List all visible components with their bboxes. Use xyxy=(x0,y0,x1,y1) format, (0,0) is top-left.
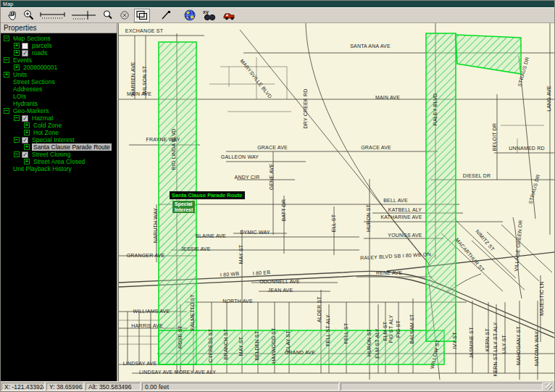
street-label: HAYWOOD ST xyxy=(271,328,276,364)
draw-line-icon xyxy=(159,9,172,22)
map-window: Map xyxy=(0,0,555,392)
street-label: WILLIAMS AVE xyxy=(133,309,170,314)
expand-icon[interactable]: + xyxy=(4,72,9,78)
tree-item-addresses[interactable]: Addresses xyxy=(1,86,117,93)
tree-item-label: Hot Zone xyxy=(32,129,60,136)
street-label: NATOMA WAY xyxy=(534,331,539,366)
street-label: NORTH AVE xyxy=(222,299,253,304)
street-label: RALEY BLVD SB I 80 WB ON xyxy=(360,251,431,260)
expand-icon[interactable]: + xyxy=(14,64,20,70)
checkbox-checked-icon[interactable]: ✓ xyxy=(22,115,28,122)
tree-item-street-closing[interactable]: −✓Street Closing xyxy=(1,151,117,158)
tree-item-label: Events xyxy=(12,57,33,64)
measure-distance-icon xyxy=(39,9,67,22)
street-label: DIESEL DR xyxy=(463,173,491,178)
properties-tree[interactable]: −Map Sections+parcels+✓roads−Events+2008… xyxy=(1,33,117,381)
street-label: BELOIT DR xyxy=(492,123,497,151)
street-label: LANG AVE xyxy=(546,86,551,112)
expand-icon[interactable]: + xyxy=(14,43,20,49)
street-label: DRY CREEK RD xyxy=(303,88,308,128)
draw-line-button[interactable] xyxy=(159,9,173,22)
street-label: FELL ST ALY xyxy=(325,314,330,346)
street-label: I 80 EB xyxy=(253,270,271,276)
tree-item-street-area-closed[interactable]: +Street Area Closed xyxy=(1,158,117,165)
street-label: GRANGER AVE xyxy=(127,253,165,258)
tree-item-label: roads xyxy=(30,49,49,57)
collapse-icon[interactable]: − xyxy=(14,151,20,157)
collapse-icon[interactable]: − xyxy=(14,115,20,121)
expand-icon[interactable]: + xyxy=(24,144,30,150)
street-label: FELL ST xyxy=(343,322,349,343)
tree-item-label: Hazmat xyxy=(30,114,54,122)
tree-item-unit-playback-history[interactable]: Unit Playback History xyxy=(1,165,117,172)
collapse-icon[interactable]: − xyxy=(4,57,9,63)
properties-title: Properties xyxy=(4,24,37,32)
parade-route-map-label: Santa Clause Parade Route xyxy=(170,191,245,199)
street-label: FIG ST ALY xyxy=(388,315,393,343)
tree-item-santa-clause-parade-route[interactable]: +Santa Clause Parade Route xyxy=(1,143,117,151)
measure-distance-button[interactable] xyxy=(38,9,67,22)
street-label: BATT DR xyxy=(281,199,286,222)
zoom-out-button[interactable] xyxy=(117,9,132,22)
measure-line-icon xyxy=(70,9,98,22)
street-label: PALMETTO ST xyxy=(190,293,195,330)
expand-icon[interactable]: + xyxy=(24,159,30,164)
street-label: RALEY BLVD xyxy=(433,93,438,126)
street-label: FRAYNE WAY xyxy=(146,137,180,142)
window-titlebar[interactable]: Map xyxy=(1,1,554,7)
checkbox-checked-icon[interactable]: ✓ xyxy=(22,137,28,143)
tree-item-label: Map Sections xyxy=(12,35,52,42)
street-label: BELDEN ST xyxy=(254,330,259,360)
tree-item-lois[interactable]: LOIs xyxy=(1,93,117,100)
pan-button[interactable] xyxy=(5,9,20,22)
tree-item-geo-markers[interactable]: −Geo-Markers xyxy=(1,107,117,114)
tree-item-2008000001[interactable]: +2008000001 xyxy=(1,64,117,71)
street-label: RIO LINDA BLVD xyxy=(171,128,176,170)
map-toolbar: xy xyxy=(1,7,554,23)
status-bar: X: -121.433924Y: 38.659961Alt: 350.58349… xyxy=(1,382,554,391)
special-interest-map-label: Special Interest xyxy=(172,201,195,213)
street-label: HURON ST xyxy=(367,328,372,356)
tree-item-map-sections[interactable]: −Map Sections xyxy=(1,35,117,42)
tree-item-events[interactable]: −Events xyxy=(1,57,117,64)
expand-icon[interactable]: + xyxy=(14,50,20,56)
collapse-icon[interactable]: − xyxy=(14,137,20,143)
select-extent-icon xyxy=(135,9,149,22)
street-label: JEAN AVE xyxy=(268,288,293,293)
find-xy-button[interactable]: xy xyxy=(200,9,219,22)
street-label: FIG ST xyxy=(396,320,401,338)
tree-item-label: Unit Playback History xyxy=(12,165,73,172)
zoom-in-button[interactable] xyxy=(22,9,36,22)
street-label: HURON ST xyxy=(366,204,371,232)
street-label: EXCHANGE ST xyxy=(125,28,164,33)
street-label: LILY ST xyxy=(501,334,506,354)
tree-item-hydrants[interactable]: Hydrants xyxy=(1,100,117,107)
zoom-out-circle-icon xyxy=(118,9,131,22)
magnifier-button[interactable] xyxy=(101,9,115,22)
tree-item-hazmat[interactable]: −✓Hazmat xyxy=(1,114,117,122)
properties-panel-header: Properties xyxy=(1,23,117,33)
globe-button[interactable] xyxy=(182,9,198,22)
select-extent-button[interactable] xyxy=(134,9,150,22)
tree-item-units[interactable]: +Units xyxy=(1,71,117,78)
tree-item-roads[interactable]: +✓roads xyxy=(1,49,117,57)
checkbox-unchecked-icon[interactable] xyxy=(22,43,28,49)
resize-grip[interactable] xyxy=(544,383,553,391)
street-label: BELL AVE xyxy=(383,198,408,203)
track-vehicle-button[interactable] xyxy=(221,9,238,22)
collapse-icon[interactable]: − xyxy=(4,36,9,41)
tree-item-hot-zone[interactable]: +Hot Zone xyxy=(1,129,117,136)
expand-icon[interactable]: + xyxy=(24,130,30,135)
tree-item-cold-zone[interactable]: +Cold Zone xyxy=(1,122,117,129)
street-label: ELM ST ALY xyxy=(375,328,380,359)
tree-item-parcels[interactable]: +parcels xyxy=(1,42,117,49)
checkbox-checked-icon[interactable]: ✓ xyxy=(22,50,28,57)
measure-line-button[interactable] xyxy=(70,9,99,22)
street-label: I 80 WB xyxy=(220,271,240,278)
tree-item-special-interest[interactable]: −✓Special Interest xyxy=(1,136,117,143)
tree-item-street-sections[interactable]: Street Sections xyxy=(1,78,117,86)
collapse-icon[interactable]: − xyxy=(4,108,9,114)
checkbox-checked-icon[interactable]: ✓ xyxy=(22,151,28,158)
expand-icon[interactable]: + xyxy=(24,122,30,128)
map-viewport[interactable]: EXCHANGE STSANTA ANA AVEMAIN AVEMAIN AVE… xyxy=(118,23,554,381)
